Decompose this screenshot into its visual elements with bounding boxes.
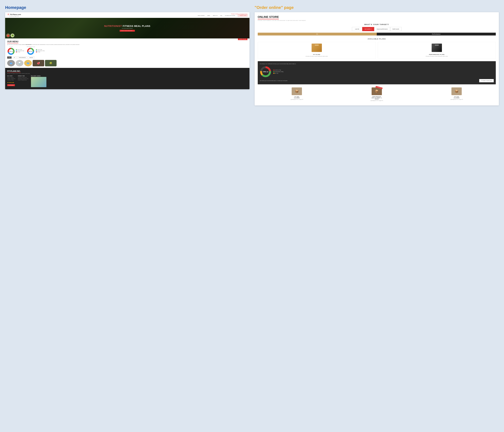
target-buttons: Lose fat Eat healthy ✕ Improve performan… — [258, 27, 496, 31]
nav-logo: F Fit-Plans.com Nutritionist approved — [7, 13, 21, 17]
perf-plan-desc: All meals of the day, to reach exactly y… — [379, 56, 495, 57]
fit-donut: 550 cal — [7, 47, 15, 55]
perf-macro-label: PERFORMANCE meals — [27, 46, 35, 47]
footer-order-time-col: ORDER TIME Tuesday to Friday at noonWedn… — [18, 75, 28, 87]
tab-fit[interactable]: Fit — [258, 33, 377, 36]
product-card-3[interactable]: 📦 FIT 2750CALORIES 1 petit-déjeuner FIT,… — [417, 86, 496, 102]
product-sub-2: 1 petit-déjeuner FIT, 3 repas FIT, — [338, 100, 415, 101]
product-card-2[interactable]: 📦 RECOMMENDED PERFORMANCE2500 CALORIES +… — [338, 86, 416, 102]
fit-plan-card[interactable]: FIT PLANS All meals of the day, to reach… — [258, 42, 376, 59]
filter-performance[interactable]: PERFORMANCE — [17, 56, 27, 59]
food-circle-2: 🥦 — [10, 34, 14, 37]
meal-photo-3: 🥣 — [24, 60, 32, 66]
footer-brand: FIT-PLANS INC. — [7, 70, 21, 73]
food-circle-1: 🍅 — [6, 34, 10, 37]
calorie-box: According to our nutritionist's formula,… — [258, 61, 496, 84]
perf-plan-name: PERFORMANCE PLANS — [379, 54, 495, 55]
delivery-zones-title: DELIVERY ZONES: — [31, 75, 46, 76]
filter-buttons: ALL FIT PERFORMANCE SNACKS — [7, 56, 247, 59]
site-footer: FIT-PLANS INC. WE HELP YOU REACH YOUR FI… — [5, 68, 250, 89]
delivery-map — [31, 77, 46, 87]
create-custom-plan-button[interactable]: ✎ Create a custom plan — [479, 79, 494, 82]
order-frame: ONLINE STORE CHOOSE YOUR FORMULA, OR USE… — [255, 12, 499, 105]
fit-plan-desc: All meals of the day, to reach exactly y… — [259, 56, 375, 57]
available-plans: AVAILABLE PLANS FIT PLANS All meals of t… — [258, 38, 496, 59]
target-improve-perf[interactable]: Improve performance — [374, 27, 390, 31]
fit-macro-label: FIT meals — [7, 46, 15, 47]
reviews-button[interactable]: Our Reviews — [7, 84, 15, 86]
product-row: 📦 FIT 2500CALORIES 1 petit-déjeuner FIT,… — [258, 86, 496, 102]
calorie-legend: proteins (174g) carbohydrates (348g) fat… — [273, 69, 284, 74]
recommended-badge: RECOMMENDED — [376, 86, 383, 89]
plan-tabs: Fit Performance — [258, 33, 496, 36]
nav-about[interactable]: ABOUT US — [213, 15, 217, 16]
perf-macro-legend: proteins (50g) carbohydrates (100g) fat … — [36, 49, 45, 53]
hero-title-white: FITNESS MEAL PLANS — [123, 25, 150, 27]
hero-title-red: NUTRITIONIST — [104, 25, 122, 27]
product-img-icon-1: 📦 — [295, 90, 299, 93]
hero-food-circles: 🍅 🥦 — [6, 34, 14, 37]
footer-zones-col: DELIVERY ZONES: — [31, 75, 46, 87]
fit-plan-box-img — [312, 44, 322, 53]
nav-calculator[interactable]: CALORIE CALCULATOR — [225, 15, 235, 16]
footer-delivery-col: DELIVERY Sunday or MondayTuesday or Wedn… — [7, 75, 15, 87]
product-sub-3: 1 petit-déjeuner FIT, 2 repas FIT, — [418, 99, 495, 100]
hero-subtitle: Let's Democratize Nutrition! — [122, 28, 133, 29]
calorie-footer: See below your recommended plan, or crea… — [260, 79, 494, 82]
nav-top-links[interactable]: Français | Contact us | Shopping Cart (0… — [231, 14, 247, 14]
product-name-1: FIT 2500CALORIES — [258, 96, 336, 99]
tab-performance[interactable]: Performance — [377, 33, 496, 36]
target-build-muscle[interactable]: Build muscle — [390, 27, 402, 31]
order-time-rows: Tuesday to Friday at noonWednesday to Su… — [18, 77, 28, 81]
our-menu-title: OUR MENU — [7, 40, 18, 43]
right-panel: "Order online" page ONLINE STORE CHOOSE … — [255, 5, 499, 427]
right-panel-title: "Order online" page — [255, 5, 499, 10]
footer-columns: DELIVERY Sunday or MondayTuesday or Wedn… — [7, 75, 247, 87]
available-plans-heading: AVAILABLE PLANS — [258, 38, 496, 40]
product-img-1: 📦 — [292, 87, 302, 95]
hero-title: NUTRITIONIST FITNESS MEAL PLANS — [104, 25, 150, 27]
store-title: ONLINE STORE — [258, 15, 279, 19]
menu-description: WE HAVE TWO CATEGORIES OF MEALS, FIT AND… — [7, 44, 247, 45]
target-lose-fat[interactable]: Lose fat — [352, 27, 362, 31]
nav-menu[interactable]: MENU — [207, 15, 210, 16]
plans-row: FIT PLANS All meals of the day, to reach… — [258, 42, 496, 59]
product-card-1[interactable]: 📦 FIT 2500CALORIES 1 petit-déjeuner FIT,… — [258, 86, 336, 102]
fit-macro-legend: proteins (50g) carbohydrates (36g) fat (… — [16, 49, 24, 53]
svg-text:F: F — [8, 14, 9, 15]
target-eat-healthy[interactable]: Eat healthy ✕ — [362, 27, 374, 31]
delivery-title: DELIVERY — [7, 75, 15, 76]
hero-cta-button[interactable]: START YOUR PROGRAM → — [120, 30, 135, 32]
filter-all[interactable]: ALL — [7, 56, 12, 59]
fit-plan-name: FIT PLANS — [259, 54, 375, 55]
perf-macro-block: PERFORMANCE meals 800 cal pr — [27, 46, 45, 55]
our-menu-section: ORDER ONLINE OUR MENU WE HAVE TWO CATEGO… — [5, 38, 250, 68]
product-img-icon-3: 📦 — [455, 90, 459, 93]
perf-box-black — [432, 44, 442, 52]
filter-fit[interactable]: FIT — [12, 56, 17, 59]
perf-cal-label: 800 cal — [29, 51, 32, 52]
calorie-value: 2786 cal — [263, 71, 268, 72]
product-name-2: PERFORMANCE2500 CALORIES +1SHAKE — [338, 96, 415, 100]
calorie-box-desc: According to our nutritionist's formula,… — [260, 63, 494, 64]
meal-photo-2: 🍚 — [16, 60, 23, 66]
calorie-footer-text: See below your recommended plan, or crea… — [260, 80, 479, 81]
target-heading: WHAT'S YOUR TARGET? — [258, 24, 496, 26]
order-time-title: ORDER TIME — [18, 75, 28, 76]
left-panel: Homepage F Fit-Plans.com Nutritionist ap… — [5, 5, 250, 427]
filter-snacks[interactable]: SNACKS — [28, 56, 35, 59]
nav-order-online[interactable]: ✦ ORDER ONLINE — [238, 15, 247, 17]
perf-donut: 800 cal — [27, 47, 35, 55]
nav-faq[interactable]: FAQ — [220, 15, 222, 16]
nav-links: HOW IT WORKS · MENU · ABOUT US · FAQ · C… — [198, 15, 247, 17]
meal-photo-5: 🥝 — [45, 60, 57, 66]
nav-how-it-works[interactable]: HOW IT WORKS — [198, 15, 205, 16]
logo-icon: F — [7, 13, 9, 16]
product-sub-1: 1 petit-déjeuner FIT, 3 repas FIT, — [258, 99, 336, 100]
left-panel-title: Homepage — [5, 5, 250, 10]
site-nav: F Fit-Plans.com Nutritionist approved Fr… — [5, 12, 250, 18]
fit-cal-label: 550 cal — [9, 51, 13, 52]
homepage-frame: F Fit-Plans.com Nutritionist approved Fr… — [5, 12, 250, 89]
perf-plan-card[interactable]: PERFORMANCE PLANS All meals of the day, … — [378, 42, 496, 59]
perf-plan-box-img — [432, 44, 442, 53]
